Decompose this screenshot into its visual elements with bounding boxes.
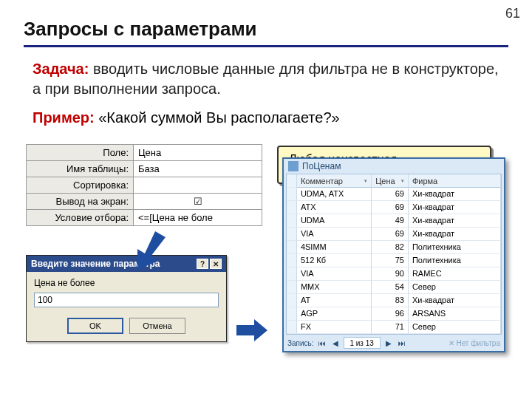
example-paragraph: Пример: «Какой суммой Вы располагаете?» bbox=[33, 109, 340, 126]
cell[interactable]: UDMA, ATX bbox=[297, 188, 372, 201]
cell[interactable]: FX bbox=[297, 321, 372, 334]
datasheet-window: ПоЦенам Комментар▾ Цена▾ Фирма UDMA, ATX… bbox=[282, 157, 505, 352]
column-header[interactable]: Цена▾ bbox=[372, 174, 409, 188]
cell[interactable]: 82 bbox=[372, 241, 409, 254]
cell[interactable]: 71 bbox=[372, 321, 409, 334]
cell[interactable]: 75 bbox=[372, 254, 409, 267]
cell[interactable]: Хи-квадрат bbox=[409, 188, 501, 201]
cell[interactable]: 83 bbox=[372, 294, 409, 307]
datasheet-title-text: ПоЦенам bbox=[302, 161, 341, 171]
table-row[interactable]: 4SIMM82Политехника bbox=[287, 241, 501, 254]
cell[interactable]: 96 bbox=[372, 307, 409, 321]
cell[interactable]: UDMA bbox=[297, 214, 372, 228]
cell[interactable]: VIA bbox=[297, 228, 372, 241]
nav-last-icon[interactable]: ⏭ bbox=[397, 339, 407, 347]
cell[interactable]: ATX bbox=[297, 201, 372, 214]
query-design-grid: Поле:Цена Имя таблицы:База Сортировка: В… bbox=[26, 144, 262, 226]
cell[interactable]: VIA bbox=[297, 267, 372, 281]
parameter-dialog: Введите значение параметра ? ✕ Цена не б… bbox=[26, 255, 227, 342]
cell[interactable]: Хи-квадрат bbox=[409, 228, 501, 241]
cell[interactable]: Хи-квадрат bbox=[409, 201, 501, 214]
close-icon[interactable]: ✕ bbox=[210, 259, 222, 269]
design-criteria[interactable]: <=[Цена не боле bbox=[134, 210, 262, 226]
cell[interactable]: 49 bbox=[372, 214, 409, 228]
design-label: Условие отбора: bbox=[27, 210, 134, 226]
cell[interactable]: RAMEC bbox=[409, 267, 501, 281]
cell[interactable]: ARSANS bbox=[409, 307, 501, 321]
ok-button[interactable]: OK bbox=[67, 318, 123, 334]
nav-next-icon[interactable]: ▶ bbox=[383, 339, 394, 347]
table-row[interactable]: 512 Кб75Политехника bbox=[287, 254, 501, 267]
design-label: Сортировка: bbox=[27, 177, 134, 194]
dialog-param-label: Цена не более bbox=[34, 278, 219, 288]
cell[interactable]: 69 bbox=[372, 228, 409, 241]
task-label: Задача: bbox=[33, 61, 89, 77]
arrow-right-icon bbox=[236, 319, 267, 341]
cancel-button[interactable]: Отмена bbox=[129, 318, 185, 334]
dialog-title-text: Введите значение параметра bbox=[31, 259, 195, 269]
table-row[interactable]: AGP96ARSANS bbox=[287, 307, 501, 321]
arrow-down-icon bbox=[133, 231, 166, 270]
task-paragraph: Задача: вводить числовые данные для филь… bbox=[33, 59, 508, 99]
cell[interactable]: AT bbox=[297, 294, 372, 307]
design-label: Вывод на экран: bbox=[27, 194, 134, 210]
nav-prev-icon[interactable]: ◀ bbox=[330, 339, 341, 347]
design-value[interactable] bbox=[134, 177, 262, 194]
table-row[interactable]: UDMA49Хи-квадрат bbox=[287, 214, 501, 228]
cell[interactable]: 512 Кб bbox=[297, 254, 372, 267]
cell[interactable]: Политехника bbox=[409, 241, 501, 254]
no-filter-label: ✕ Нет фильтра bbox=[449, 339, 500, 347]
design-value[interactable]: База bbox=[134, 161, 262, 177]
cell[interactable]: 54 bbox=[372, 281, 409, 294]
task-text: вводить числовые данные для фильтра не в… bbox=[33, 61, 499, 97]
table-row[interactable]: MMX54Север bbox=[287, 281, 501, 294]
nav-first-icon[interactable]: ⏮ bbox=[317, 339, 327, 347]
cell[interactable]: AGP bbox=[297, 307, 372, 321]
design-label: Поле: bbox=[27, 145, 134, 161]
record-navigator: Запись: ⏮ ◀ ▶ ⏭ ✕ Нет фильтра bbox=[284, 335, 504, 351]
cell[interactable]: 69 bbox=[372, 188, 409, 201]
datasheet-titlebar: ПоЦенам bbox=[284, 159, 504, 174]
table-row[interactable]: AT83Хи-квадрат bbox=[287, 294, 501, 307]
column-header[interactable]: Комментар▾ bbox=[297, 174, 372, 188]
svg-marker-0 bbox=[137, 231, 166, 270]
cell[interactable]: Хи-квадрат bbox=[409, 294, 501, 307]
design-value[interactable]: Цена bbox=[134, 145, 262, 161]
cell[interactable]: 69 bbox=[372, 201, 409, 214]
datasheet-icon bbox=[288, 161, 299, 171]
nav-label: Запись: bbox=[287, 339, 314, 347]
svg-marker-1 bbox=[236, 319, 267, 341]
cell[interactable]: Хи-квадрат bbox=[409, 214, 501, 228]
column-header[interactable]: Фирма bbox=[409, 174, 501, 188]
help-icon[interactable]: ? bbox=[197, 259, 208, 269]
cell[interactable]: 4SIMM bbox=[297, 241, 372, 254]
example-text: «Какой суммой Вы располагаете?» bbox=[95, 109, 340, 126]
design-label: Имя таблицы: bbox=[27, 161, 134, 177]
cell[interactable]: 90 bbox=[372, 267, 409, 281]
table-row[interactable]: VIA69Хи-квадрат bbox=[287, 228, 501, 241]
datasheet-grid[interactable]: Комментар▾ Цена▾ Фирма UDMA, ATX69Хи-ква… bbox=[286, 174, 502, 335]
table-row[interactable]: UDMA, ATX69Хи-квадрат bbox=[287, 188, 501, 201]
example-label: Пример: bbox=[33, 109, 95, 126]
dialog-value-input[interactable] bbox=[34, 293, 219, 307]
table-row[interactable]: FX71Север bbox=[287, 321, 501, 334]
cell[interactable]: MMX bbox=[297, 281, 372, 294]
table-row[interactable]: VIA90RAMEC bbox=[287, 267, 501, 281]
nav-position-input[interactable] bbox=[344, 337, 381, 349]
page-title: Запросы с параметрами bbox=[24, 18, 508, 47]
table-row[interactable]: ATX69Хи-квадрат bbox=[287, 201, 501, 214]
design-show-checkbox[interactable]: ☑ bbox=[134, 194, 262, 210]
cell[interactable]: Север bbox=[409, 281, 501, 294]
cell[interactable]: Политехника bbox=[409, 254, 501, 267]
dialog-titlebar: Введите значение параметра ? ✕ bbox=[27, 256, 226, 272]
cell[interactable]: Север bbox=[409, 321, 501, 334]
